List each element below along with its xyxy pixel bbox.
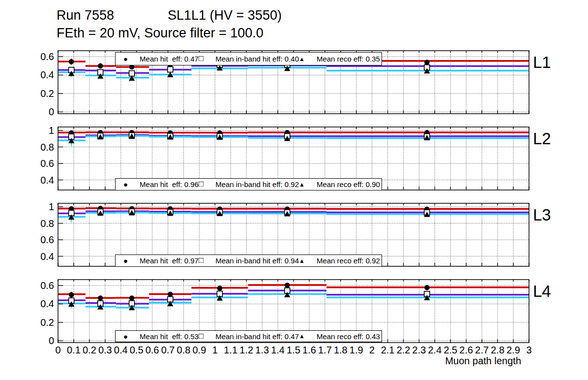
legend-label: Mean hit eff: 0.96 [140,180,199,189]
legend-l1: ●Mean hit eff: 0.47 □Mean in-band hit ef… [115,52,382,65]
x-tick-label: 2.5 [443,345,457,355]
x-tick-label: 0.7 [161,345,175,355]
legend-l4: ●Mean hit eff: 0.53 □Mean in-band hit ef… [115,330,382,342]
open-square-icon: □ [199,54,204,63]
marker-open-square [129,71,135,76]
x-tick-label: 2 [369,345,375,355]
legend-label: Mean reco eff: 0.43 [317,332,380,341]
filled-triangle-icon: ▲ [299,333,305,339]
filled-triangle-icon: ▲ [299,258,305,264]
x-tick-label: 0.2 [83,345,96,355]
open-square-icon: □ [199,256,204,264]
legend-label: Mean reco eff: 0.35 [317,55,380,63]
x-tick-label: 2.6 [459,345,473,355]
legend-entry: ●Mean hit eff: 0.96 [123,180,199,189]
y-tick-label: 0 [49,106,54,117]
legend-entry: □Mean in-band hit eff: 0.47 [199,332,299,341]
y-tick-label: 0.6 [40,234,54,245]
legend-entry: ●Mean hit eff: 0.47 [123,55,199,63]
marker-filled-circle [285,283,290,288]
layer-label-l3: L3 [533,207,551,223]
legend-entry: □Mean in-band hit eff: 0.94 [199,256,299,265]
legend-label: Mean in-band hit eff: 0.40 [215,55,299,63]
legend-entry: ▲Mean reco eff: 0.90 [299,180,380,189]
y-tick-label: 0.4 [40,69,54,80]
y-tick-label: 0.8 [40,142,54,153]
x-tick-label: 0.6 [146,345,159,355]
legend-label: Mean hit eff: 0.47 [140,55,199,63]
y-tick-label: 0.2 [40,317,54,328]
legend-label: Mean hit eff: 0.97 [140,256,199,265]
filled-triangle-icon: ▲ [299,56,305,62]
marker-filled-circle [69,59,74,64]
x-tick-label: 0 [55,345,60,355]
x-tick-label: 2.1 [381,345,395,355]
y-tick-label: 0.6 [40,158,54,169]
y-tick-label: 0.4 [40,298,54,309]
marker-filled-circle [98,63,103,69]
legend-label: Mean hit eff: 0.53 [140,332,199,341]
x-tick-label: 2.7 [475,345,489,355]
x-tick-label: 2.8 [491,345,504,355]
y-tick-label: 0.6 [40,51,54,62]
legend-entry: □Mean in-band hit eff: 0.40 [199,55,299,63]
y-tick-label: 0.8 [40,218,54,229]
legend-entry: ●Mean hit eff: 0.53 [123,332,199,341]
x-tick-label: 1.7 [318,345,332,355]
marker-filled-circle [168,291,173,297]
x-tick-label: 1.5 [287,345,300,355]
y-tick-label: 1 [49,125,54,136]
x-tick-label: 0.5 [130,345,144,355]
filled-circle-icon: ● [123,181,128,188]
legend-l3: ●Mean hit eff: 0.97 □Mean in-band hit ef… [115,254,382,267]
threshold-filter-subtitle: FEth = 20 mV, Source filter = 100.0 [57,26,264,41]
marker-filled-circle [424,60,430,65]
x-tick-label: 2.9 [506,345,520,355]
root-canvas: { "header": { "run_label": "Run 7558", "… [0,0,588,380]
x-tick-label: 2.3 [412,345,426,355]
legend-entry: ●Mean hit eff: 0.97 [123,256,199,265]
y-tick-label: 0.4 [40,175,54,186]
filled-circle-icon: ● [123,333,128,340]
x-tick-label: 3 [526,345,531,355]
x-tick-label: 1.9 [350,345,363,355]
x-tick-label: 1.3 [255,345,269,355]
x-tick-label: 1 [212,345,218,355]
legend-label: Mean in-band hit eff: 0.47 [215,332,299,341]
y-tick-label: 0.2 [40,88,54,99]
y-tick-label: 0 [49,335,54,346]
marker-filled-circle [217,285,223,291]
chamber-hv-title: SL1L1 (HV = 3550) [168,8,282,23]
open-square-icon: □ [199,180,204,188]
x-tick-label: 0.4 [114,345,128,355]
x-tick-label: 0.1 [67,345,81,355]
marker-filled-circle [129,295,135,301]
legend-l2: ●Mean hit eff: 0.96 □Mean in-band hit ef… [115,178,382,190]
filled-circle-icon: ● [123,55,128,63]
y-tick-label: 1 [49,201,54,212]
legend-entry: □Mean in-band hit eff: 0.92 [199,180,299,189]
legend-label: Mean reco eff: 0.92 [317,256,380,265]
legend-label: Mean reco eff: 0.90 [317,180,380,189]
x-tick-label: 2.2 [397,345,411,355]
x-tick-label: 1.4 [271,345,285,355]
legend-entry: ▲Mean reco eff: 0.35 [299,55,380,63]
x-tick-label: 0.9 [192,345,206,355]
legend-entry: ▲Mean reco eff: 0.43 [299,332,380,341]
x-tick-label: 1.8 [334,345,348,355]
y-tick-label: 0.4 [40,251,54,262]
x-tick-label: 0.8 [177,345,191,355]
x-tick-label: 2.4 [428,345,441,355]
marker-open-square [168,67,173,72]
x-tick-label: 1.6 [302,345,316,355]
legend-label: Mean in-band hit eff: 0.94 [215,256,299,265]
open-square-icon: □ [199,332,204,340]
x-tick-label: 0.3 [98,345,112,355]
legend-label: Mean in-band hit eff: 0.92 [215,180,299,189]
x-axis-title: Muon path length [445,355,521,367]
layer-label-l4: L4 [533,283,551,299]
y-tick-label: 0.6 [40,280,54,291]
marker-filled-circle [98,295,103,301]
layer-label-l1: L1 [533,54,551,70]
filled-circle-icon: ● [123,257,128,264]
